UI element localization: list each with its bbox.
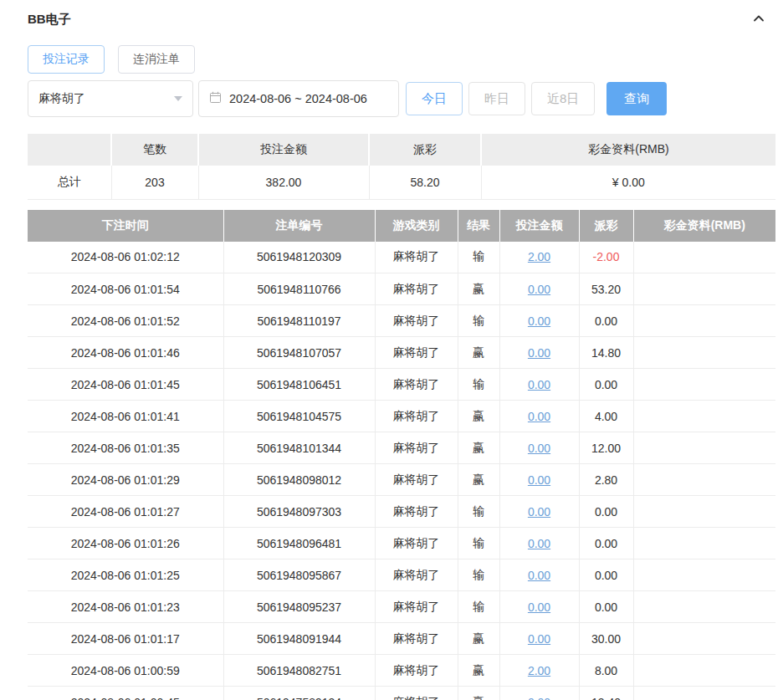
cell-order-number: 5061948082751	[223, 655, 375, 687]
cell-bet-time: 2024-08-06 01:01:26	[28, 528, 223, 559]
cell-payout: 12.00	[579, 432, 633, 464]
bet-amount-link[interactable]: 0.00	[528, 473, 550, 487]
payout-value: 0.00	[595, 600, 617, 614]
cell-order-number: 5061948104575	[223, 401, 375, 432]
last-8-days-button[interactable]: 近8日	[531, 82, 595, 115]
cell-bonus	[633, 369, 775, 401]
cell-game-type: 麻将胡了	[375, 432, 458, 464]
cell-bet-amount: 0.00	[499, 591, 579, 623]
cell-payout: 0.00	[579, 528, 633, 559]
payout-value: 13.40	[591, 696, 621, 700]
cell-bonus	[633, 337, 775, 369]
cell-payout: 53.20	[579, 273, 633, 305]
cell-bonus	[633, 591, 775, 623]
table-row: 2024-08-06 01:01:25 5061948095867 麻将胡了 输…	[28, 559, 775, 591]
cell-bonus	[633, 623, 775, 655]
table-row: 2024-08-06 01:02:12 5061948120309 麻将胡了 输…	[28, 242, 775, 273]
cell-payout: 0.00	[579, 591, 633, 623]
cell-bonus	[633, 559, 775, 591]
bet-amount-link[interactable]: 0.00	[528, 346, 550, 360]
cell-bet-amount: 0.00	[499, 337, 579, 369]
date-range-picker[interactable]: 2024-08-06 ~ 2024-08-06	[198, 80, 399, 117]
cell-game-type: 麻将胡了	[375, 623, 458, 655]
bet-amount-link[interactable]: 2.00	[528, 250, 550, 263]
cell-order-number: 5061948101344	[223, 432, 375, 464]
cell-bet-amount: 2.00	[499, 242, 579, 273]
cell-bonus	[633, 242, 775, 273]
summary-total-label: 总计	[28, 166, 111, 199]
bet-amount-link[interactable]: 0.00	[528, 378, 550, 391]
bet-table-header-cell: 结果	[458, 210, 499, 242]
payout-value: 0.00	[595, 569, 617, 582]
cell-bonus	[633, 305, 775, 337]
cell-bet-amount: 0.00	[499, 623, 579, 655]
table-row: 2024-08-06 01:01:54 5061948110766 麻将胡了 赢…	[28, 273, 775, 305]
cell-bonus	[633, 496, 775, 528]
bet-records-table: 下注时间注单编号游戏类别结果投注金额派彩彩金资料(RMB) 2024-08-06…	[28, 210, 775, 700]
cell-bet-time: 2024-08-06 01:01:54	[28, 273, 223, 305]
cell-result: 赢	[458, 464, 499, 496]
payout-value: 0.00	[595, 378, 617, 391]
bet-amount-link[interactable]: 0.00	[528, 600, 550, 614]
tab-cancel-orders[interactable]: 连消注单	[118, 45, 195, 74]
chevron-up-icon	[752, 12, 765, 28]
cell-result: 输	[458, 242, 499, 273]
cell-result: 输	[458, 369, 499, 401]
cell-bonus	[633, 401, 775, 432]
bet-amount-link[interactable]: 0.00	[528, 442, 550, 455]
cell-result: 赢	[458, 401, 499, 432]
payout-value: 53.20	[591, 283, 621, 296]
bet-amount-link[interactable]: 0.00	[528, 505, 550, 519]
search-button[interactable]: 查询	[606, 82, 667, 115]
bet-amount-link[interactable]: 0.00	[528, 569, 550, 582]
bet-records-panel: BB电子 投注记录 连消注单 麻将胡了 2024-08-06 ~ 2024-08…	[0, 0, 783, 700]
cell-game-type: 麻将胡了	[375, 687, 458, 700]
summary-bonus: ¥ 0.00	[481, 166, 775, 199]
summary-header-cell: 投注金额	[198, 134, 369, 166]
table-row: 2024-08-06 01:01:45 5061948106451 麻将胡了 输…	[28, 369, 775, 401]
cell-game-type: 麻将胡了	[375, 528, 458, 559]
chevron-down-icon	[174, 96, 182, 101]
cell-game-type: 麻将胡了	[375, 559, 458, 591]
cell-game-type: 麻将胡了	[375, 369, 458, 401]
bet-amount-link[interactable]: 0.00	[528, 696, 550, 700]
cell-payout: 2.80	[579, 464, 633, 496]
payout-value: 0.00	[595, 314, 617, 328]
cell-game-type: 麻将胡了	[375, 242, 458, 273]
bet-amount-link[interactable]: 0.00	[528, 283, 550, 296]
cell-payout: 8.00	[579, 655, 633, 687]
cell-result: 赢	[458, 337, 499, 369]
filter-bar: 麻将胡了 2024-08-06 ~ 2024-08-06 今日 昨日 近8日 查…	[28, 80, 775, 117]
cell-bet-amount: 0.00	[499, 464, 579, 496]
table-row: 2024-08-06 01:01:41 5061948104575 麻将胡了 赢…	[28, 401, 775, 432]
cell-payout: -2.00	[579, 242, 633, 273]
quick-date-buttons: 今日 昨日 近8日	[406, 82, 595, 115]
tab-bet-records[interactable]: 投注记录	[28, 45, 105, 74]
cell-bonus	[633, 273, 775, 305]
record-type-tabs: 投注记录 连消注单	[28, 45, 775, 74]
summary-header-row: 笔数投注金额派彩彩金资料(RMB)	[28, 134, 775, 166]
game-type-select[interactable]: 麻将胡了	[28, 80, 193, 117]
summary-table: 笔数投注金额派彩彩金资料(RMB) 总计 203 382.00 58.20 ¥ …	[28, 134, 775, 200]
bet-amount-link[interactable]: 0.00	[528, 410, 550, 423]
bet-amount-link[interactable]: 2.00	[528, 664, 550, 677]
cell-result: 赢	[458, 273, 499, 305]
table-row: 2024-08-06 01:01:46 5061948107057 麻将胡了 赢…	[28, 337, 775, 369]
cell-order-number: 5061948120309	[223, 242, 375, 273]
bet-amount-link[interactable]: 0.00	[528, 314, 550, 328]
bet-amount-link[interactable]: 0.00	[528, 537, 550, 550]
cell-bet-amount: 2.00	[499, 655, 579, 687]
cell-game-type: 麻将胡了	[375, 305, 458, 337]
cell-bet-time: 2024-08-06 01:02:12	[28, 242, 223, 273]
cell-bet-amount: 0.00	[499, 496, 579, 528]
date-range-value: 2024-08-06 ~ 2024-08-06	[229, 92, 367, 105]
cell-payout: 0.00	[579, 496, 633, 528]
yesterday-button[interactable]: 昨日	[468, 82, 525, 115]
bet-table-header-cell: 游戏类别	[375, 210, 458, 242]
bet-amount-link[interactable]: 0.00	[528, 632, 550, 646]
today-button[interactable]: 今日	[406, 82, 463, 115]
payout-value: 8.00	[595, 664, 617, 677]
collapse-panel-button[interactable]	[749, 11, 769, 28]
panel-title: BB电子	[28, 12, 71, 28]
cell-bet-time: 2024-08-06 01:01:17	[28, 623, 223, 655]
